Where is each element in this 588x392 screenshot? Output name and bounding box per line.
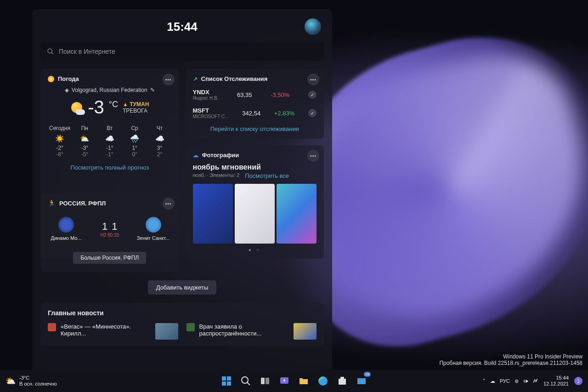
team-home[interactable]: Динамо Мо... — [48, 217, 85, 241]
svg-rect-13 — [339, 379, 346, 385]
sports-icon: 🏃 — [48, 199, 56, 207]
widget-menu-button[interactable]: ••• — [307, 74, 319, 85]
task-view-button[interactable] — [257, 373, 273, 389]
taskbar-weather-icon: ⛅ — [6, 376, 16, 386]
stock-row[interactable]: YNDXЯндекс Н.В. 63,35 -3,50% ✓ — [193, 89, 317, 101]
current-temp: -3 — [88, 97, 104, 118]
tray-chevron-icon[interactable]: ˄ — [483, 378, 486, 384]
news-thumbnail — [155, 323, 178, 340]
photo-thumbnail[interactable] — [193, 184, 233, 244]
volume-icon[interactable]: 🕪 — [523, 378, 528, 384]
weather-icon — [48, 76, 54, 82]
notification-badge[interactable]: 1 — [574, 377, 582, 385]
team-badge-icon — [58, 217, 74, 233]
search-placeholder: Поиск в Интернете — [59, 48, 115, 55]
widget-menu-button[interactable]: ••• — [307, 150, 319, 162]
forecast-day[interactable]: Сегодня☀️-2°-8° — [48, 125, 72, 158]
mail-button[interactable]: 28 — [353, 373, 370, 389]
taskbar: ⛅ -3°CВ осн. солнечно 28 ˄ ☁ РУС ⊚ 🕪 🗲 1… — [0, 370, 588, 392]
taskbar-clock[interactable]: 15:44 12.12.2021 — [543, 375, 569, 387]
widget-menu-button[interactable]: ••• — [163, 198, 175, 210]
svg-rect-5 — [227, 381, 231, 386]
weather-alert: ▲ ТУМАНТРЕВОГА — [123, 101, 149, 114]
widgets-panel: 15:44 Поиск в Интернете Погода ••• ◈ Vol… — [32, 9, 332, 375]
team-away[interactable]: Зенит Санкт... — [135, 217, 172, 241]
news-item[interactable]: Врач заявила о распространённости... — [187, 323, 317, 340]
forecast-day[interactable]: Пн⛅-3°-5° — [73, 125, 96, 158]
svg-rect-2 — [222, 376, 226, 381]
svg-rect-14 — [340, 377, 344, 379]
chat-button[interactable] — [276, 373, 293, 389]
photo-thumbnail[interactable] — [277, 184, 317, 244]
edge-button[interactable] — [315, 373, 331, 389]
sports-widget[interactable]: 🏃РОССИЯ. РФПЛ ••• Динамо Мо... 1 1 H2 80… — [40, 193, 179, 272]
photos-icon: ☁ — [193, 152, 198, 159]
news-title: Главные новости — [48, 309, 317, 317]
photos-widget[interactable]: ☁Фотографии ••• ноябрь мгновений нояб. ·… — [186, 145, 324, 259]
news-source-icon — [48, 323, 56, 331]
taskbar-weather[interactable]: ⛅ -3°CВ осн. солнечно — [6, 375, 57, 387]
pager-dots[interactable]: ● ○ — [193, 247, 317, 252]
edit-location-icon[interactable]: ✎ — [150, 87, 155, 93]
watchlist-title: Список Отслеживания — [201, 75, 268, 82]
forecast-row: Сегодня☀️-2°-8° Пн⛅-3°-5° Вт☁️-1°-1° Ср🌧… — [48, 125, 172, 158]
svg-rect-3 — [227, 376, 231, 381]
svg-point-6 — [242, 377, 248, 383]
watchlist-widget[interactable]: ↗Список Отслеживания ••• YNDXЯндекс Н.В.… — [186, 69, 324, 139]
full-forecast-link[interactable]: Посмотреть полный прогноз — [48, 164, 172, 171]
svg-rect-15 — [357, 378, 366, 384]
search-button[interactable] — [237, 373, 254, 389]
team-badge-icon — [146, 217, 161, 233]
temp-unit: °C — [109, 100, 118, 109]
svg-line-1 — [51, 52, 53, 54]
forecast-day[interactable]: Вт☁️-1°-1° — [98, 125, 122, 158]
mail-badge: 28 — [364, 372, 371, 377]
start-button[interactable] — [218, 373, 235, 389]
search-box[interactable]: Поиск в Интернете — [40, 42, 324, 61]
svg-rect-9 — [266, 378, 269, 384]
search-icon — [47, 48, 54, 55]
store-button[interactable] — [334, 373, 351, 389]
wifi-icon[interactable]: ⊚ — [514, 378, 519, 384]
weather-location: Volgograd, Russian Federation — [72, 87, 147, 93]
user-avatar[interactable] — [305, 18, 321, 35]
svg-point-0 — [48, 49, 52, 53]
check-icon[interactable]: ✓ — [308, 91, 317, 99]
more-sports-button[interactable]: Больше Россия. РФПЛ — [73, 252, 146, 264]
forecast-day[interactable]: Чт☁️3°2° — [148, 125, 172, 158]
file-explorer-button[interactable] — [295, 373, 312, 389]
forecast-day[interactable]: Ср🌧️1°0° — [123, 125, 147, 158]
build-watermark: Windows 11 Pro Insider Preview Пробная в… — [439, 353, 582, 366]
match-time: H2 80:10 — [100, 233, 119, 238]
weather-title: Погода — [58, 75, 79, 82]
watchlist-link[interactable]: Перейти к списку отслеживания — [193, 125, 317, 132]
check-icon[interactable]: ✓ — [308, 109, 317, 117]
news-section: Главные новости «Вегас» — «Миннесота». К… — [40, 303, 324, 346]
album-title: ноябрь мгновений — [193, 163, 317, 171]
location-pin-icon: ◈ — [65, 87, 69, 93]
stocks-icon: ↗ — [193, 76, 198, 82]
language-indicator[interactable]: РУС — [500, 378, 510, 384]
svg-rect-4 — [222, 381, 226, 386]
current-weather-icon — [70, 101, 83, 114]
news-thumbnail — [294, 323, 317, 340]
onedrive-icon[interactable]: ☁ — [490, 378, 495, 384]
sports-title: РОССИЯ. РФПЛ — [59, 200, 106, 207]
photo-thumbnail[interactable] — [235, 184, 275, 244]
add-widgets-button[interactable]: Добавить виджеты — [148, 280, 217, 295]
widget-menu-button[interactable]: ••• — [163, 74, 175, 85]
see-all-link[interactable]: Посмотреть все — [245, 172, 289, 179]
battery-icon[interactable]: 🗲 — [533, 378, 538, 384]
svg-point-11 — [283, 380, 285, 381]
svg-rect-8 — [261, 378, 265, 384]
photos-title: Фотографии — [202, 152, 239, 159]
news-source-icon — [187, 323, 195, 331]
panel-clock: 15:44 — [167, 20, 198, 34]
svg-line-7 — [247, 382, 250, 385]
stock-row[interactable]: MSFTMICROSOFT C... 342,54 +2,83% ✓ — [193, 107, 317, 119]
news-item[interactable]: «Вегас» — «Миннесота». Кирилл... — [48, 323, 178, 340]
